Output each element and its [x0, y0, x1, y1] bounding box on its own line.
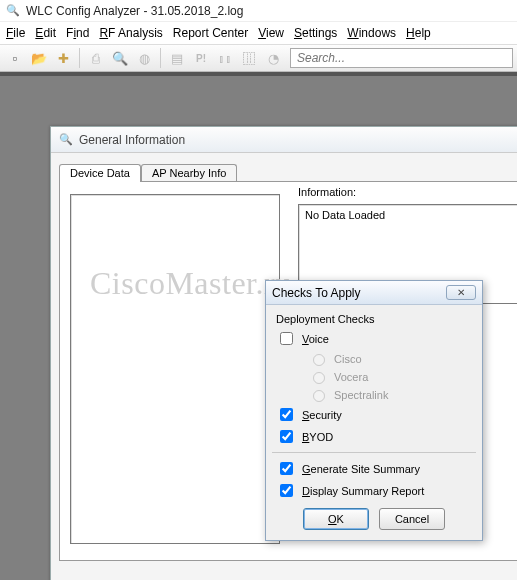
device-list-box[interactable] — [70, 194, 280, 544]
row-security: Security — [276, 405, 472, 424]
information-text: No Data Loaded — [305, 209, 385, 221]
toolbar-new-icon[interactable]: ▫ — [4, 47, 26, 69]
toolbar-pie-icon[interactable]: ◔ — [262, 47, 284, 69]
label-spectralink: Spectralink — [334, 389, 388, 401]
toolbar-globe-icon[interactable]: ◍ — [133, 47, 155, 69]
menu-file[interactable]: File — [6, 26, 25, 40]
general-information-titlebar[interactable]: 🔍 General Information — [51, 127, 517, 153]
close-button[interactable]: ✕ — [446, 285, 476, 300]
toolbar-chart1-icon[interactable]: ▤ — [166, 47, 188, 69]
toolbar: ▫ 📂 ✚ ⎙ 🔍 ◍ ▤ P! ⫾⫾ ⿲ ◔ — [0, 44, 517, 72]
separator — [272, 452, 476, 453]
dialog-titlebar[interactable]: Checks To Apply ✕ — [266, 281, 482, 305]
label-cisco: Cisco — [334, 353, 362, 365]
dialog-buttons: OK Cancel — [276, 508, 472, 530]
radio-cisco — [313, 354, 325, 366]
menu-help[interactable]: Help — [406, 26, 431, 40]
toolbar-open-icon[interactable]: 📂 — [28, 47, 50, 69]
deployment-checks-label: Deployment Checks — [276, 313, 472, 325]
menu-report-center[interactable]: Report Center — [173, 26, 248, 40]
checks-to-apply-dialog: Checks To Apply ✕ Deployment Checks Voic… — [265, 280, 483, 541]
toolbar-print-icon[interactable]: ⎙ — [85, 47, 107, 69]
app-icon: 🔍 — [6, 4, 20, 17]
checkbox-security[interactable] — [280, 408, 293, 421]
ok-button[interactable]: OK — [303, 508, 369, 530]
window-title: WLC Config Analyzer - 31.05.2018_2.log — [26, 4, 243, 18]
label-security[interactable]: Security — [302, 409, 342, 421]
label-display-summary-report[interactable]: Display Summary Report — [302, 485, 424, 497]
label-vocera: Vocera — [334, 371, 368, 383]
row-display-summary-report: Display Summary Report — [276, 481, 472, 500]
toolbar-p-icon[interactable]: P! — [190, 47, 212, 69]
magnifier-icon: 🔍 — [59, 133, 73, 146]
cancel-button[interactable]: Cancel — [379, 508, 445, 530]
window-titlebar: 🔍 WLC Config Analyzer - 31.05.2018_2.log — [0, 0, 517, 22]
checkbox-generate-site-summary[interactable] — [280, 462, 293, 475]
toolbar-add-icon[interactable]: ✚ — [52, 47, 74, 69]
tabs: Device Data AP Nearby Info — [59, 159, 517, 181]
tab-ap-nearby-info[interactable]: AP Nearby Info — [141, 164, 237, 182]
close-icon: ✕ — [457, 288, 465, 298]
checkbox-display-summary-report[interactable] — [280, 484, 293, 497]
toolbar-separator — [160, 48, 161, 68]
label-byod[interactable]: BYOD — [302, 431, 333, 443]
checkbox-voice[interactable] — [280, 332, 293, 345]
label-voice[interactable]: Voice — [302, 333, 329, 345]
toolbar-separator — [79, 48, 80, 68]
dialog-body: Deployment Checks Voice Cisco Vocera Spe… — [266, 305, 482, 540]
toolbar-preview-icon[interactable]: 🔍 — [109, 47, 131, 69]
search-input[interactable] — [290, 48, 513, 68]
label-generate-site-summary[interactable]: Generate Site Summary — [302, 463, 420, 475]
row-generate-site-summary: Generate Site Summary — [276, 459, 472, 478]
menu-windows[interactable]: Windows — [347, 26, 396, 40]
toolbar-chart2-icon[interactable]: ⿲ — [238, 47, 260, 69]
row-byod: BYOD — [276, 427, 472, 446]
menu-find[interactable]: Find — [66, 26, 89, 40]
row-voice-vocera: Vocera — [308, 369, 472, 384]
menubar: File Edit Find RF Analysis Report Center… — [0, 22, 517, 44]
row-voice-spectralink: Spectralink — [308, 387, 472, 402]
menu-settings[interactable]: Settings — [294, 26, 337, 40]
dialog-title: Checks To Apply — [272, 286, 361, 300]
checkbox-byod[interactable] — [280, 430, 293, 443]
menu-edit[interactable]: Edit — [35, 26, 56, 40]
general-information-title: General Information — [79, 133, 185, 147]
radio-spectralink — [313, 390, 325, 402]
information-label: Information: — [298, 186, 356, 198]
row-voice: Voice — [276, 329, 472, 348]
menu-view[interactable]: View — [258, 26, 284, 40]
tab-device-data[interactable]: Device Data — [59, 164, 141, 182]
radio-vocera — [313, 372, 325, 384]
row-voice-cisco: Cisco — [308, 351, 472, 366]
menu-rf-analysis[interactable]: RF Analysis — [99, 26, 162, 40]
toolbar-bars-icon[interactable]: ⫾⫾ — [214, 47, 236, 69]
